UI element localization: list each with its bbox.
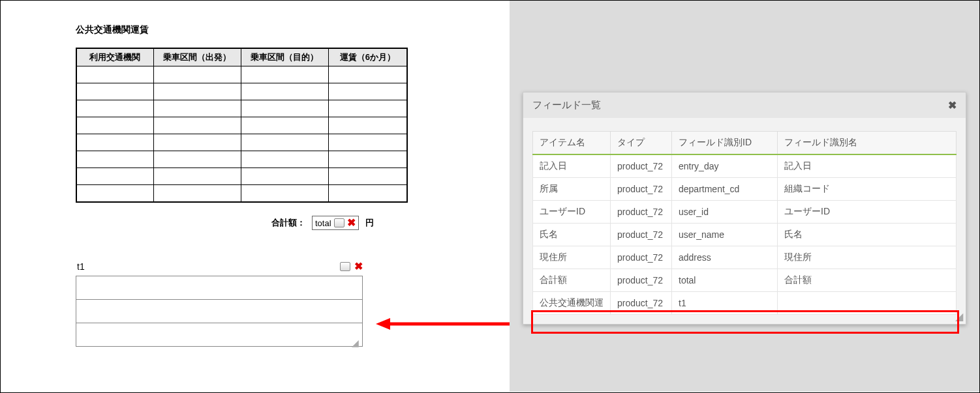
property-pane: フィールド一覧 ✖ アイテム名 タイプ フィールド識別ID フィールド識別名 記… bbox=[510, 1, 979, 392]
svg-marker-1 bbox=[376, 318, 390, 330]
cell-label: 現住所 bbox=[778, 246, 957, 269]
col-header[interactable]: タイプ bbox=[611, 132, 672, 155]
cell-id: entry_day bbox=[672, 154, 778, 178]
fare-header: 乗車区間（目的） bbox=[241, 48, 328, 66]
total-unit: 円 bbox=[365, 217, 374, 229]
total-field-text: total bbox=[315, 218, 331, 228]
table-row[interactable] bbox=[76, 300, 363, 323]
table-row[interactable] bbox=[76, 151, 407, 168]
cell-name: ユーザーID bbox=[533, 201, 611, 224]
cell-name: 氏名 bbox=[533, 224, 611, 246]
calendar-icon[interactable] bbox=[340, 262, 350, 271]
table-row[interactable] bbox=[76, 117, 407, 134]
t1-label: t1 bbox=[77, 261, 85, 272]
table-row[interactable]: 所属product_72department_cd組織コード bbox=[533, 178, 957, 201]
table-row[interactable] bbox=[76, 83, 407, 100]
table-row[interactable] bbox=[76, 323, 363, 347]
table-row[interactable] bbox=[76, 100, 407, 117]
cell-name: 所属 bbox=[533, 178, 611, 201]
cell-name: 合計額 bbox=[533, 269, 611, 292]
cell-id: user_name bbox=[672, 224, 778, 246]
cell-label: 合計額 bbox=[778, 269, 957, 292]
cell-type: product_72 bbox=[611, 292, 672, 315]
cell-id: user_id bbox=[672, 201, 778, 224]
cell-label: ユーザーID bbox=[778, 201, 957, 224]
table-row[interactable]: ユーザーIDproduct_72user_idユーザーID bbox=[533, 201, 957, 224]
table-row[interactable] bbox=[76, 185, 407, 202]
field-header-row: アイテム名 タイプ フィールド識別ID フィールド識別名 bbox=[533, 132, 957, 155]
calendar-icon[interactable] bbox=[334, 218, 345, 227]
table-row[interactable] bbox=[76, 168, 407, 185]
field-table: アイテム名 タイプ フィールド識別ID フィールド識別名 記入日product_… bbox=[532, 131, 957, 315]
table-row[interactable] bbox=[76, 134, 407, 151]
fare-header: 運賃（6か月） bbox=[328, 48, 407, 66]
cell-type: product_72 bbox=[611, 201, 672, 224]
cell-id: t1 bbox=[672, 292, 778, 315]
table-row[interactable]: 公共交通機関運product_72t1 bbox=[533, 292, 957, 315]
total-label: 合計額： bbox=[271, 217, 305, 229]
cell-type: product_72 bbox=[611, 224, 672, 246]
col-header[interactable]: フィールド識別ID bbox=[672, 132, 778, 155]
cell-name: 記入日 bbox=[533, 154, 611, 178]
delete-icon[interactable]: ✖ bbox=[354, 261, 363, 272]
cell-name: 現住所 bbox=[533, 246, 611, 269]
col-header[interactable]: アイテム名 bbox=[533, 132, 611, 155]
dialog-body: アイテム名 タイプ フィールド識別ID フィールド識別名 記入日product_… bbox=[523, 118, 966, 324]
table-row[interactable] bbox=[76, 276, 363, 300]
cell-type: product_72 bbox=[611, 178, 672, 201]
table-row[interactable]: 合計額product_72total合計額 bbox=[533, 269, 957, 292]
close-icon[interactable]: ✖ bbox=[948, 100, 957, 111]
col-header[interactable]: フィールド識別名 bbox=[778, 132, 957, 155]
cell-type: product_72 bbox=[611, 269, 672, 292]
table-row[interactable]: 氏名product_72user_name氏名 bbox=[533, 224, 957, 246]
cell-label: 組織コード bbox=[778, 178, 957, 201]
fare-header: 乗車区間（出発） bbox=[153, 48, 241, 66]
fare-header-row: 利用交通機関 乗車区間（出発） 乗車区間（目的） 運賃（6か月） bbox=[76, 48, 407, 66]
cell-type: product_72 bbox=[611, 246, 672, 269]
cell-label bbox=[778, 292, 957, 315]
total-row: 合計額： total ✖ 円 bbox=[271, 216, 374, 230]
cell-name: 公共交通機関運 bbox=[533, 292, 611, 315]
form-editor-pane: 公共交通機関運賃 利用交通機関 乗車区間（出発） 乗車区間（目的） 運賃（6か月… bbox=[1, 1, 510, 392]
cell-id: total bbox=[672, 269, 778, 292]
cell-type: product_72 bbox=[611, 154, 672, 178]
cell-id: department_cd bbox=[672, 178, 778, 201]
dialog-title: フィールド一覧 bbox=[532, 99, 601, 111]
resize-handle-icon[interactable]: ◢ bbox=[955, 310, 963, 323]
cell-label: 氏名 bbox=[778, 224, 957, 246]
table-row[interactable] bbox=[76, 66, 407, 83]
t1-table[interactable] bbox=[76, 276, 363, 347]
total-field[interactable]: total ✖ bbox=[312, 216, 359, 230]
dialog-header[interactable]: フィールド一覧 ✖ bbox=[523, 93, 966, 118]
t1-icons: ✖ bbox=[340, 261, 363, 272]
cell-label: 記入日 bbox=[778, 154, 957, 178]
cell-id: address bbox=[672, 246, 778, 269]
fare-table: 利用交通機関 乗車区間（出発） 乗車区間（目的） 運賃（6か月） bbox=[76, 48, 408, 203]
table-row[interactable]: 現住所product_72address現住所 bbox=[533, 246, 957, 269]
resize-handle-icon[interactable]: ◢ bbox=[352, 338, 359, 348]
table-row[interactable]: 記入日product_72entry_day記入日 bbox=[533, 154, 957, 178]
fare-header: 利用交通機関 bbox=[76, 48, 153, 66]
field-list-dialog: フィールド一覧 ✖ アイテム名 タイプ フィールド識別ID フィールド識別名 記… bbox=[523, 92, 966, 325]
section-title: 公共交通機関運賃 bbox=[76, 24, 149, 36]
delete-icon[interactable]: ✖ bbox=[347, 218, 356, 228]
